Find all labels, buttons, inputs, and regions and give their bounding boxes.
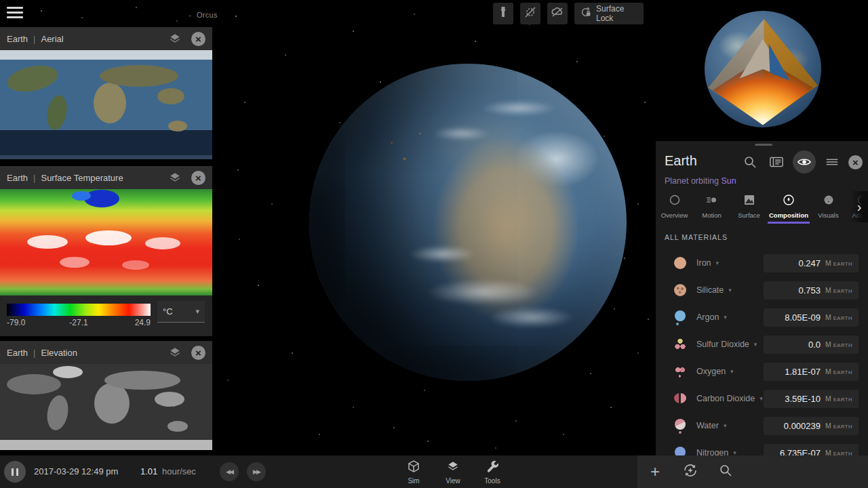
close-icon[interactable]: × — [191, 346, 205, 360]
object-marker-icon: - — [189, 11, 191, 19]
orbit-add-button[interactable] — [675, 455, 705, 488]
view-menu-button[interactable]: View — [438, 455, 468, 488]
tab-strip: Overview Motion Surface Composition Visu… — [656, 191, 868, 224]
temperature-unit-value: °C — [163, 306, 173, 317]
panel-drag-handle[interactable] — [755, 144, 772, 146]
material-value-field[interactable]: 0.000239 M EARTH — [764, 417, 859, 435]
card-earth-surface-temperature: Earth | Surface Temperature × — [0, 166, 212, 336]
argon-icon — [675, 310, 686, 321]
hamburger-menu-button[interactable] — [7, 7, 23, 19]
nitrogen-icon — [675, 447, 686, 455]
aerial-map-image — [0, 50, 212, 159]
tab-surface[interactable]: Surface — [730, 191, 768, 224]
properties-panel: Earth × Planet orbiting Sun Overview — [656, 141, 868, 455]
add-object-button[interactable]: + — [640, 455, 670, 488]
chevron-down-icon[interactable]: ▾ — [733, 449, 736, 455]
layers-icon — [446, 460, 460, 476]
slower-button[interactable]: ◀◀ — [220, 462, 239, 481]
material-row-water: Water ▾ 0.000239 M EARTH — [656, 412, 868, 439]
search-icon — [719, 464, 732, 480]
planet-cutaway-view[interactable] — [656, 0, 868, 141]
sun-glow-toggle-button[interactable] — [520, 3, 540, 24]
faster-button[interactable]: ▶▶ — [247, 462, 266, 481]
subtitle-sun-link[interactable]: Sun — [721, 176, 736, 186]
clouds-toggle-button[interactable] — [547, 3, 568, 24]
material-row-sulfur-dioxide: Sulfur Dioxide ▾ 0.0 M EARTH — [656, 331, 868, 358]
material-value-field[interactable]: 0.753 M EARTH — [764, 281, 859, 300]
panel-layout-icon[interactable] — [822, 152, 842, 172]
card-header: Earth | Aerial × — [0, 27, 212, 50]
scale-mid-label: -27.1 — [69, 318, 87, 327]
tab-composition[interactable]: Composition — [768, 191, 810, 224]
bottom-right-section — [637, 455, 868, 488]
object-label-orcus[interactable]: -Orcus — [189, 11, 218, 19]
main-earth-clouds — [309, 64, 627, 381]
search-button[interactable] — [711, 455, 741, 488]
close-icon[interactable]: × — [191, 32, 205, 46]
layers-icon[interactable] — [168, 171, 182, 184]
journal-icon[interactable] — [766, 152, 787, 172]
card-header: Earth | Surface Temperature × — [0, 166, 212, 189]
surface-lock-button[interactable]: Surface Lock — [574, 3, 644, 24]
scale-min-label: -79.0 — [7, 318, 25, 327]
sim-menu-button[interactable]: Sim — [399, 455, 429, 488]
material-value-field[interactable]: 8.05E-09 M EARTH — [764, 308, 859, 327]
card-separator: | — [33, 348, 35, 358]
chevron-down-icon[interactable]: ▾ — [728, 287, 732, 293]
tab-visuals[interactable]: Visuals — [810, 191, 847, 224]
plus-icon: + — [650, 462, 660, 481]
flashlight-icon — [498, 6, 509, 21]
material-row-oxygen: Oxygen ▾ 1.81E-07 M EARTH — [656, 358, 868, 385]
surface-lock-label: Surface Lock — [596, 4, 638, 23]
card-layer: Surface Temperature — [41, 173, 123, 183]
chevron-down-icon[interactable]: ▾ — [724, 422, 727, 429]
sim-rate-unit: hour/sec — [162, 466, 196, 476]
material-value-field[interactable]: 0.247 M EARTH — [764, 254, 859, 272]
temperature-scale: -79.0 -27.1 24.9 °C ▾ — [0, 296, 212, 336]
material-value-field[interactable]: 6.735E-07 M EARTH — [764, 444, 859, 456]
subtitle-prefix: Planet orbiting — [665, 176, 721, 186]
iron-icon — [674, 257, 686, 269]
material-row-silicate: Silicate ▾ 0.753 M EARTH — [656, 277, 868, 304]
overview-icon — [669, 194, 681, 209]
material-value-field[interactable]: 0.0 M EARTH — [764, 336, 859, 354]
tab-motion[interactable]: Motion — [693, 191, 730, 224]
material-row-argon: Argon ▾ 8.05E-09 M EARTH — [656, 304, 868, 331]
search-icon[interactable] — [740, 152, 760, 172]
chevron-down-icon[interactable]: ▾ — [754, 341, 757, 348]
app-window: -Orcus Surface Lock Earth | Ae — [0, 0, 868, 488]
silicate-icon — [674, 284, 686, 296]
orbit-add-icon — [682, 462, 698, 481]
layers-icon[interactable] — [168, 346, 182, 359]
close-icon[interactable]: × — [848, 155, 863, 169]
close-icon[interactable]: × — [191, 171, 205, 185]
tools-menu-button[interactable]: Tools — [477, 455, 507, 488]
wrench-icon — [486, 460, 499, 476]
sim-rate-value: 1.01 — [140, 466, 157, 476]
material-row-carbon-dioxide: Carbon Dioxide ▾ 3.59E-10 M EARTH — [656, 385, 868, 412]
elevation-map-image — [0, 364, 212, 450]
composition-icon — [783, 194, 795, 209]
card-separator: | — [33, 34, 35, 44]
pause-button[interactable] — [4, 461, 26, 483]
eye-icon[interactable] — [793, 150, 816, 174]
card-layer: Aerial — [41, 34, 63, 44]
material-value-field[interactable]: 1.81E-07 M EARTH — [764, 363, 859, 381]
material-value-field[interactable]: 3.59E-10 M EARTH — [764, 390, 859, 408]
chevron-down-icon[interactable]: ▾ — [730, 368, 734, 375]
pause-icon — [12, 468, 14, 476]
layers-icon[interactable] — [168, 32, 182, 45]
chevron-down-icon[interactable]: ▾ — [716, 260, 719, 266]
tab-overview[interactable]: Overview — [656, 191, 693, 224]
temperature-unit-select[interactable]: °C ▾ — [157, 301, 205, 323]
chevron-down-icon[interactable]: ▾ — [724, 314, 727, 321]
comet-icon — [706, 194, 718, 209]
flashlight-button[interactable] — [493, 3, 513, 24]
materials-list: Iron ▾ 0.247 M EARTH Silicate ▾ 0.753 M … — [656, 249, 868, 455]
card-separator: | — [33, 173, 35, 183]
card-object: Earth — [7, 34, 28, 44]
chevron-down-icon[interactable]: ▾ — [760, 395, 763, 402]
water-icon — [675, 419, 686, 430]
tabs-scroll-chevron[interactable]: › — [850, 191, 868, 222]
starfield — [0, 0, 1, 1]
